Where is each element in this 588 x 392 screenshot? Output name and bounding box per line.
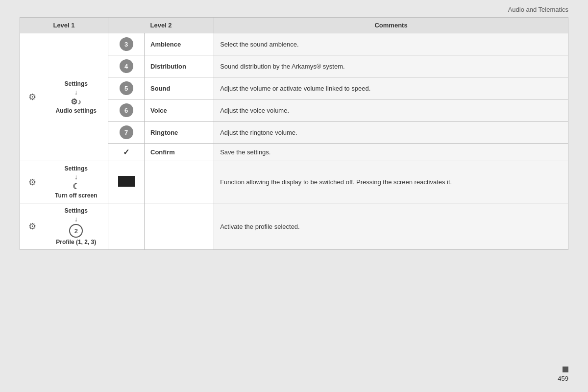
l1-icon-cell-screen: ⚙ <box>20 161 45 203</box>
l2-label-screen <box>145 161 214 203</box>
l2-num-4: 4 <box>108 55 145 77</box>
badge-4: 4 <box>120 59 133 73</box>
footer-square-icon <box>563 367 568 372</box>
main-table: Level 1 Level 2 Comments ⚙ Settings ↓ ⚙♪ <box>20 17 568 250</box>
comment-profile: Activate the profile selected. <box>214 203 568 250</box>
table-row: ⚙ Settings ↓ ⚙♪ Audio settings 3 Ambienc… <box>20 33 568 55</box>
table-row: ⚙ Settings ↓ ☾ Turn off screen Function … <box>20 161 568 203</box>
gear-icon-3: ⚙ <box>28 221 36 232</box>
profile-badge: 2 <box>69 224 83 238</box>
page-header: Audio and Telematics <box>0 0 588 17</box>
l2-num-3: 3 <box>108 33 145 55</box>
badge-3: 3 <box>120 37 133 51</box>
page-number: 459 <box>558 375 568 382</box>
l2-label-ambience: Ambience <box>145 33 214 55</box>
l2-label-distribution: Distribution <box>145 55 214 77</box>
music-icon: ⚙♪ <box>71 97 81 106</box>
badge-5: 5 <box>120 81 133 95</box>
comment-ringtone: Adjust the ringtone volume. <box>214 122 568 144</box>
checkmark-icon: ✓ <box>123 148 129 156</box>
l1-settings-label-profile: Settings <box>65 207 88 214</box>
l2-label-ringtone: Ringtone <box>145 122 214 144</box>
col-header-level2: Level 2 <box>108 18 214 33</box>
l1-screen-sublabel: Turn off screen <box>55 192 97 199</box>
l1-settings-label-screen: Settings <box>65 165 88 172</box>
arrow-down-icon-2: ↓ <box>74 173 78 181</box>
col-header-level1: Level 1 <box>20 18 108 33</box>
l1-text-cell-profile: Settings ↓ 2 Profile (1, 2, 3) <box>45 203 108 250</box>
black-rectangle <box>118 176 135 187</box>
gear-icon-1: ⚙ <box>28 92 36 102</box>
main-content: Level 1 Level 2 Comments ⚙ Settings ↓ ⚙♪ <box>0 17 588 250</box>
l1-profile-sublabel: Profile (1, 2, 3) <box>56 239 96 245</box>
col-header-comments: Comments <box>214 18 568 33</box>
comment-ambience: Select the sound ambience. <box>214 33 568 55</box>
comment-voice: Adjust the voice volume. <box>214 99 568 122</box>
l2-label-confirm: Confirm <box>145 144 214 161</box>
l1-label-group-profile: Settings ↓ 2 Profile (1, 2, 3) <box>50 207 102 245</box>
table-row: ⚙ Settings ↓ 2 Profile (1, 2, 3) Activat… <box>20 203 568 250</box>
l1-icon-group-profile: ⚙ <box>22 221 43 232</box>
l1-text-cell-screen: Settings ↓ ☾ Turn off screen <box>45 161 108 203</box>
comment-distribution: Sound distribution by the Arkamys® syste… <box>214 55 568 77</box>
moon-icon: ☾ <box>73 182 79 191</box>
comment-sound: Adjust the volume or activate volume lin… <box>214 77 568 99</box>
l2-label-voice: Voice <box>145 99 214 122</box>
badge-6: 6 <box>120 103 133 117</box>
l2-label-profile <box>145 203 214 250</box>
l2-checkmark-cell: ✓ <box>108 144 145 161</box>
gear-icon-2: ⚙ <box>28 177 36 188</box>
badge-7: 7 <box>120 125 133 139</box>
l2-num-7: 7 <box>108 122 145 144</box>
l1-label-group: Settings ↓ ⚙♪ Audio settings <box>50 80 102 114</box>
l1-icon-cell-audio: ⚙ <box>20 33 45 161</box>
l1-icon-group: ⚙ <box>22 92 43 102</box>
l2-num-6: 6 <box>108 99 145 122</box>
l2-num-profile <box>108 203 145 250</box>
arrow-down-icon: ↓ <box>74 88 78 96</box>
l1-settings-label: Settings <box>65 80 88 87</box>
l1-text-cell-audio: Settings ↓ ⚙♪ Audio settings <box>45 33 108 161</box>
l1-icon-group-screen: ⚙ <box>22 177 43 188</box>
l2-rect-cell <box>108 161 145 203</box>
header-title: Audio and Telematics <box>508 6 568 13</box>
l1-icon-cell-profile: ⚙ <box>20 203 45 250</box>
footer: 459 <box>558 367 568 382</box>
l1-audio-sublabel: Audio settings <box>56 107 97 114</box>
l2-label-sound: Sound <box>145 77 214 99</box>
arrow-down-icon-3: ↓ <box>74 215 78 223</box>
l1-label-group-screen: Settings ↓ ☾ Turn off screen <box>50 165 102 199</box>
l2-num-5: 5 <box>108 77 145 99</box>
comment-confirm: Save the settings. <box>214 144 568 161</box>
comment-screen: Function allowing the display to be swit… <box>214 161 568 203</box>
